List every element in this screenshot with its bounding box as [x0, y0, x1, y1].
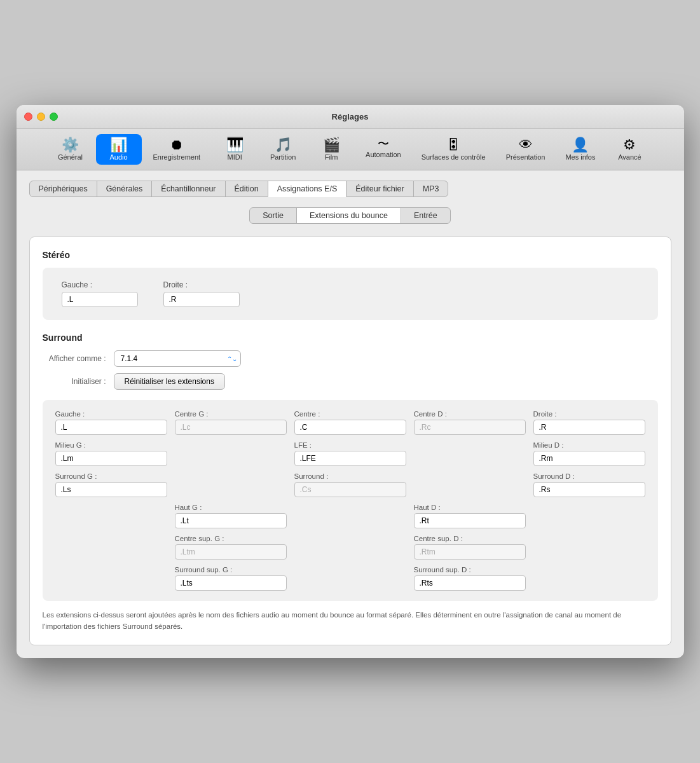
toolbar-item-automation[interactable]: 〜 Automation: [357, 134, 410, 165]
subtab-sortie[interactable]: Sortie: [249, 207, 297, 224]
stereo-left-input[interactable]: [62, 292, 138, 307]
field-empty13: [533, 566, 645, 591]
subtab-entree[interactable]: Entrée: [401, 207, 451, 224]
subtab-row: Sortie Extensions du bounce Entrée: [29, 207, 671, 224]
toolbar-item-avance[interactable]: ⚙ Avancé: [607, 134, 652, 165]
haut-g-input[interactable]: [175, 513, 287, 528]
toolbar-item-audio[interactable]: 📊 Audio: [96, 134, 142, 165]
traffic-lights: [24, 113, 58, 121]
stereo-box: Gauche : Droite :: [43, 268, 658, 320]
milieu-g-input[interactable]: [55, 451, 167, 466]
haut-d-label: Haut D :: [414, 504, 526, 511]
surround-d-input[interactable]: [533, 482, 645, 497]
field-empty7: [533, 504, 645, 528]
titlebar: Réglages: [17, 105, 684, 129]
centre-g-input[interactable]: [175, 420, 287, 435]
close-button[interactable]: [24, 113, 32, 121]
surround-g-input[interactable]: [55, 482, 167, 497]
afficher-select-wrapper: 5.1 7.1 7.1.4 Atmos: [114, 350, 241, 367]
window: Réglages ⚙️ Général 📊 Audio ⏺ Enregistre…: [17, 105, 684, 658]
field-surround-sup-d: Surround sup. D :: [414, 566, 526, 591]
centre-label: Centre :: [294, 410, 406, 418]
toolbar-item-presentation[interactable]: 👁 Présentation: [497, 134, 554, 165]
surround-d-label: Surround D :: [533, 472, 645, 480]
stereo-left-group: Gauche :: [62, 280, 138, 307]
surround-sup-g-label: Surround sup. G :: [175, 566, 287, 574]
afficher-select[interactable]: 5.1 7.1 7.1.4 Atmos: [114, 350, 241, 367]
droite-input[interactable]: [533, 420, 645, 435]
field-empty10: [533, 535, 645, 560]
tab-edition[interactable]: Édition: [225, 181, 268, 197]
toolbar-label-avance: Avancé: [618, 153, 642, 161]
toolbar-label-midi: MIDI: [227, 153, 242, 161]
field-haut-d: Haut D :: [414, 504, 526, 528]
milieu-d-label: Milieu D :: [533, 441, 645, 449]
centre-sup-d-input[interactable]: [414, 544, 526, 560]
toolbar-item-partition[interactable]: 🎵 Partition: [260, 134, 306, 165]
audio-icon: 📊: [110, 138, 127, 152]
field-surround-d: Surround D :: [533, 472, 645, 497]
droite-label: Droite :: [533, 410, 645, 418]
surfaces-icon: 🎛: [446, 138, 460, 152]
toolbar-item-midi[interactable]: 🎹 MIDI: [212, 134, 257, 165]
field-lfe: LFE :: [294, 441, 406, 466]
centre-d-input[interactable]: [414, 420, 526, 435]
tab-echantillonneur[interactable]: Échantillonneur: [151, 181, 225, 197]
field-empty11: [55, 566, 167, 591]
subtab-extensions[interactable]: Extensions du bounce: [296, 207, 401, 224]
zoom-button[interactable]: [50, 113, 58, 121]
toolbar-item-enregistrement[interactable]: ⏺ Enregistrement: [144, 134, 210, 165]
midi-icon: 🎹: [226, 138, 244, 152]
tab-assignations[interactable]: Assignations E/S: [268, 181, 347, 197]
toolbar-item-general[interactable]: ⚙️ Général: [48, 134, 93, 165]
toolbar-label-audio: Audio: [109, 153, 127, 161]
note-text: Les extensions ci-dessus seront ajoutées…: [43, 610, 658, 632]
centre-sup-g-input[interactable]: [175, 544, 287, 560]
surround-title: Surround: [43, 333, 658, 343]
surround-sup-d-label: Surround sup. D :: [414, 566, 526, 574]
centre-g-label: Centre G :: [175, 410, 287, 418]
surround-afficher-row: Afficher comme : 5.1 7.1 7.1.4 Atmos: [43, 350, 658, 367]
field-empty9: [294, 535, 406, 560]
toolbar-label-surfaces: Surfaces de contrôle: [422, 153, 486, 161]
stereo-right-group: Droite :: [163, 280, 240, 307]
partition-icon: 🎵: [275, 138, 292, 152]
tab-row: Périphériques Générales Échantillonneur …: [29, 181, 671, 197]
field-haut-g: Haut G :: [175, 504, 287, 528]
toolbar-item-mesinfos[interactable]: 👤 Mes infos: [556, 134, 604, 165]
field-droite: Droite :: [533, 410, 645, 435]
tab-generales[interactable]: Générales: [97, 181, 153, 197]
field-empty1: [175, 441, 287, 466]
field-surround-c: Surround :: [294, 472, 406, 497]
reset-button[interactable]: Réinitialiser les extensions: [114, 373, 225, 390]
milieu-d-input[interactable]: [533, 451, 645, 466]
minimize-button[interactable]: [37, 113, 45, 121]
lfe-input[interactable]: [294, 451, 406, 466]
surround-sup-g-input[interactable]: [175, 575, 287, 591]
toolbar-label-presentation: Présentation: [506, 153, 546, 161]
toolbar-item-film[interactable]: 🎬 Film: [308, 134, 354, 165]
haut-d-input[interactable]: [414, 513, 526, 528]
haut-g-label: Haut G :: [175, 504, 287, 511]
tab-peripheriques[interactable]: Périphériques: [29, 181, 97, 197]
gauche-input[interactable]: [55, 420, 167, 435]
field-centre-d: Centre D :: [414, 410, 526, 435]
film-icon: 🎬: [323, 138, 340, 152]
surround-c-input[interactable]: [294, 482, 406, 497]
user-icon: 👤: [572, 138, 589, 152]
stereo-right-input[interactable]: [163, 292, 240, 307]
centre-d-label: Centre D :: [414, 410, 526, 418]
stereo-title: Stéréo: [43, 250, 658, 260]
field-centre: Centre :: [294, 410, 406, 435]
surround-sup-d-input[interactable]: [414, 575, 526, 591]
field-empty2: [414, 441, 526, 466]
tab-mp3[interactable]: MP3: [413, 181, 449, 197]
toolbar-label-film: Film: [325, 153, 338, 161]
toolbar-item-surfaces[interactable]: 🎛 Surfaces de contrôle: [413, 134, 495, 165]
gear-icon: ⚙️: [62, 138, 79, 152]
toolbar: ⚙️ Général 📊 Audio ⏺ Enregistrement 🎹 MI…: [17, 129, 684, 170]
tab-editeur[interactable]: Éditeur fichier: [346, 181, 413, 197]
window-title: Réglages: [332, 112, 369, 121]
lfe-label: LFE :: [294, 441, 406, 449]
centre-input[interactable]: [294, 420, 406, 435]
